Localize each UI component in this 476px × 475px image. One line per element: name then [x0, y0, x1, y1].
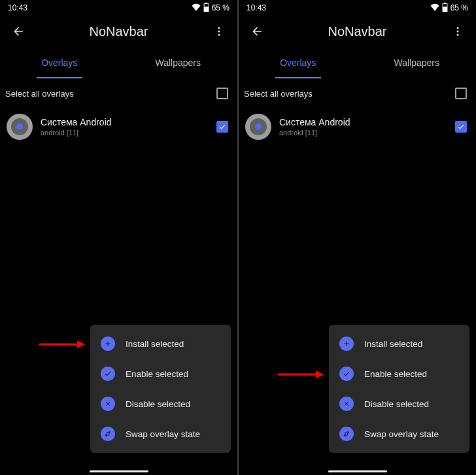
status-right: 65 %	[430, 3, 468, 14]
tab-bar: Overlays Wallpapers	[0, 47, 237, 78]
annotation-arrow	[278, 368, 324, 381]
status-time: 10:43	[8, 3, 27, 12]
overlay-app-icon	[245, 114, 271, 140]
battery-percent: 65 %	[450, 3, 468, 12]
status-right: 65 %	[192, 3, 230, 14]
close-circle-icon	[101, 397, 115, 411]
menu-enable-selected[interactable]: Enable selected	[329, 359, 469, 389]
overflow-menu-button[interactable]	[206, 18, 232, 44]
annotation-arrow	[39, 338, 85, 351]
overlay-item-checkbox[interactable]	[455, 121, 467, 133]
select-all-label: Select all overlays	[244, 89, 313, 99]
svg-marker-7	[77, 340, 85, 348]
svg-point-11	[457, 27, 459, 29]
wifi-icon	[192, 3, 201, 13]
status-time: 10:43	[246, 3, 266, 12]
overlay-list-item[interactable]: Система Android android [11]	[0, 108, 237, 145]
app-title: NoNavbar	[0, 24, 237, 39]
tab-wallpapers[interactable]: Wallpapers	[119, 47, 238, 78]
menu-install-selected[interactable]: Install selected	[90, 329, 231, 359]
overlay-item-title: Система Android	[279, 117, 447, 127]
menu-install-label: Install selected	[126, 339, 184, 349]
tab-wallpapers[interactable]: Wallpapers	[358, 47, 477, 78]
tab-wallpapers-label: Wallpapers	[394, 57, 439, 68]
check-circle-icon	[339, 367, 354, 381]
menu-enable-selected[interactable]: Enable selected	[90, 359, 231, 389]
tab-overlays[interactable]: Overlays	[239, 47, 358, 78]
svg-point-4	[218, 31, 220, 33]
select-all-checkbox[interactable]	[216, 88, 228, 99]
nav-gesture-handle[interactable]	[90, 470, 148, 472]
select-all-label: Select all overlays	[5, 89, 74, 99]
status-bar: 10:43 65 %	[0, 0, 237, 16]
nav-gesture-handle[interactable]	[328, 470, 387, 472]
back-button[interactable]	[244, 18, 270, 44]
select-all-checkbox[interactable]	[455, 88, 467, 99]
overflow-menu-button[interactable]	[445, 18, 471, 44]
svg-marker-15	[316, 370, 324, 378]
menu-swap-state[interactable]: Swap overlay state	[90, 419, 231, 449]
svg-rect-10	[443, 7, 447, 12]
select-all-row[interactable]: Select all overlays	[0, 78, 237, 108]
menu-install-label: Install selected	[364, 339, 422, 349]
svg-rect-2	[204, 7, 209, 12]
menu-disable-label: Disable selected	[364, 399, 429, 409]
svg-point-12	[457, 31, 459, 33]
close-circle-icon	[339, 397, 354, 411]
overlay-list-item[interactable]: Система Android android [11]	[239, 108, 476, 145]
action-popup: Install selected Enable selected Disable…	[90, 325, 231, 453]
gear-icon	[11, 118, 28, 135]
overlay-app-icon	[7, 114, 33, 140]
check-circle-icon	[101, 367, 115, 381]
svg-point-3	[218, 27, 220, 29]
tab-bar: Overlays Wallpapers	[239, 47, 476, 78]
menu-disable-selected[interactable]: Disable selected	[90, 389, 231, 419]
tab-overlays-label: Overlays	[280, 57, 316, 68]
plus-icon	[339, 336, 354, 351]
swap-icon	[339, 427, 354, 441]
action-popup: Install selected Enable selected Disable…	[329, 325, 469, 453]
tab-wallpapers-label: Wallpapers	[155, 57, 201, 68]
battery-percent: 65 %	[212, 3, 230, 12]
phone-left: 10:43 65 % NoNavbar Overlays Wallpapers …	[0, 0, 237, 475]
menu-install-selected[interactable]: Install selected	[329, 329, 469, 359]
tab-overlays-label: Overlays	[41, 57, 77, 68]
overlay-item-checkbox[interactable]	[216, 121, 228, 133]
battery-icon	[203, 3, 209, 14]
app-title: NoNavbar	[239, 24, 476, 39]
svg-point-13	[457, 34, 459, 36]
tab-overlays[interactable]: Overlays	[0, 47, 119, 78]
menu-swap-label: Swap overlay state	[126, 429, 200, 439]
overlay-item-title: Система Android	[41, 117, 209, 127]
overlay-item-subtitle: android [11]	[41, 129, 209, 137]
overlay-item-texts: Система Android android [11]	[279, 117, 447, 137]
wifi-icon	[430, 3, 439, 13]
menu-enable-label: Enable selected	[126, 369, 188, 379]
overlay-item-texts: Система Android android [11]	[41, 117, 209, 137]
plus-icon	[101, 336, 115, 351]
app-bar: NoNavbar	[239, 16, 476, 47]
menu-disable-selected[interactable]: Disable selected	[329, 389, 469, 419]
app-bar: NoNavbar	[0, 16, 237, 47]
menu-disable-label: Disable selected	[126, 399, 190, 409]
svg-point-5	[218, 34, 220, 36]
menu-swap-state[interactable]: Swap overlay state	[329, 419, 469, 449]
menu-enable-label: Enable selected	[364, 369, 427, 379]
battery-icon	[442, 3, 448, 14]
back-button[interactable]	[5, 18, 31, 44]
menu-swap-label: Swap overlay state	[364, 429, 439, 439]
overlay-item-subtitle: android [11]	[279, 129, 447, 137]
swap-icon	[101, 427, 115, 441]
status-bar: 10:43 65 %	[239, 0, 476, 16]
gear-icon	[250, 118, 267, 135]
phone-right: 10:43 65 % NoNavbar Overlays Wallpapers …	[239, 0, 476, 475]
select-all-row[interactable]: Select all overlays	[239, 78, 476, 108]
